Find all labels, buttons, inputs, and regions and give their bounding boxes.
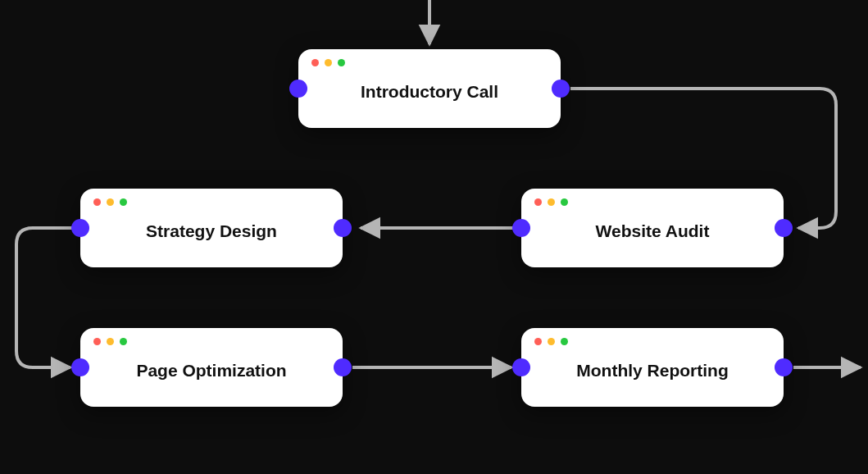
traffic-green-icon <box>120 338 127 345</box>
traffic-red-icon <box>311 59 319 66</box>
node-page-optimization[interactable]: Page Optimization <box>80 328 343 407</box>
port-right[interactable] <box>334 219 352 237</box>
node-monthly-reporting[interactable]: Monthly Reporting <box>521 328 784 407</box>
traffic-yellow-icon <box>107 338 114 345</box>
traffic-red-icon <box>534 198 542 206</box>
port-left[interactable] <box>71 358 89 376</box>
diagram-canvas: Introductory Call Website Audit Strategy… <box>0 0 868 474</box>
port-right[interactable] <box>775 358 793 376</box>
node-title: Monthly Reporting <box>576 361 728 381</box>
traffic-lights <box>534 338 568 345</box>
connector-strategy-to-pageopt <box>16 228 80 367</box>
traffic-yellow-icon <box>548 198 555 206</box>
node-introductory-call[interactable]: Introductory Call <box>298 49 561 128</box>
port-right[interactable] <box>552 80 570 98</box>
traffic-red-icon <box>534 338 542 345</box>
port-right[interactable] <box>334 358 352 376</box>
node-title: Page Optimization <box>136 361 286 381</box>
node-title: Introductory Call <box>361 82 498 102</box>
traffic-yellow-icon <box>107 198 114 206</box>
traffic-red-icon <box>93 338 101 345</box>
traffic-yellow-icon <box>325 59 332 66</box>
traffic-lights <box>311 59 345 66</box>
traffic-green-icon <box>338 59 345 66</box>
traffic-red-icon <box>93 198 101 206</box>
traffic-lights <box>93 198 127 206</box>
port-left[interactable] <box>71 219 89 237</box>
port-right[interactable] <box>775 219 793 237</box>
traffic-lights <box>534 198 568 206</box>
node-title: Website Audit <box>596 221 710 241</box>
traffic-green-icon <box>120 198 127 206</box>
node-title: Strategy Design <box>146 221 277 241</box>
port-left[interactable] <box>512 358 530 376</box>
node-website-audit[interactable]: Website Audit <box>521 189 784 267</box>
traffic-green-icon <box>561 338 568 345</box>
traffic-yellow-icon <box>548 338 555 345</box>
traffic-green-icon <box>561 198 568 206</box>
port-left[interactable] <box>512 219 530 237</box>
port-left[interactable] <box>289 80 307 98</box>
node-strategy-design[interactable]: Strategy Design <box>80 189 343 267</box>
traffic-lights <box>93 338 127 345</box>
